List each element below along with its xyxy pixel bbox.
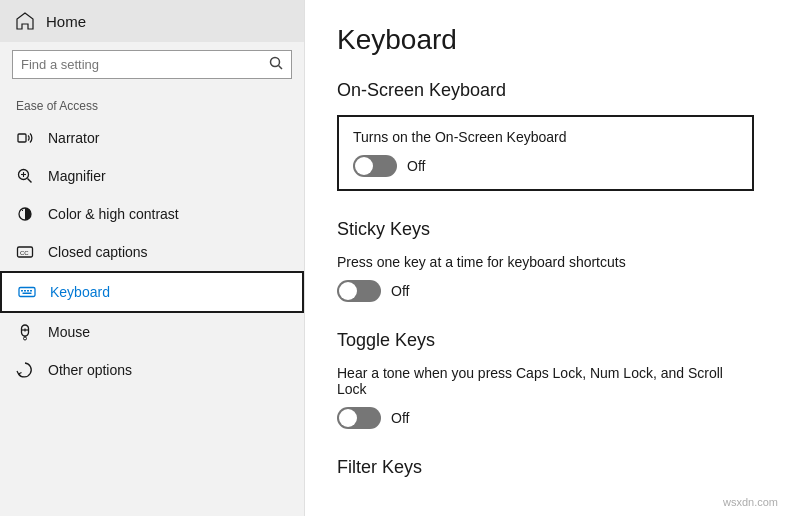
nav-item-narrator[interactable]: Narrator (0, 119, 304, 157)
toggle-keys-description: Hear a tone when you press Caps Lock, Nu… (337, 365, 754, 397)
search-icon (269, 56, 283, 70)
nav-item-color-contrast[interactable]: Color & high contrast (0, 195, 304, 233)
on-screen-keyboard-toggle-row: Off (353, 155, 738, 177)
closed-captions-label: Closed captions (48, 244, 148, 260)
section-label: Ease of Access (0, 87, 304, 119)
toggle-keys-toggle-label: Off (391, 410, 409, 426)
toggle-keys-title: Toggle Keys (337, 330, 754, 351)
nav-item-magnifier[interactable]: Magnifier (0, 157, 304, 195)
watermark: wsxdn.com (723, 496, 778, 508)
svg-point-21 (24, 337, 27, 340)
svg-rect-12 (19, 288, 35, 297)
svg-point-0 (271, 58, 280, 67)
toggle-keys-toggle[interactable] (337, 407, 381, 429)
sidebar: Home Ease of Access Narrator (0, 0, 305, 516)
mouse-icon (16, 323, 34, 341)
nav-item-closed-captions[interactable]: CC Closed captions (0, 233, 304, 271)
svg-rect-17 (23, 293, 32, 295)
closed-captions-icon: CC (16, 243, 34, 261)
other-options-icon (16, 361, 34, 379)
svg-line-8 (21, 209, 23, 211)
other-options-label: Other options (48, 362, 132, 378)
home-label: Home (46, 13, 86, 30)
svg-rect-13 (21, 290, 23, 292)
sticky-keys-toggle[interactable] (337, 280, 381, 302)
narrator-label: Narrator (48, 130, 99, 146)
nav-item-other-options[interactable]: Other options (0, 351, 304, 389)
on-screen-keyboard-section: Turns on the On-Screen Keyboard Off (337, 115, 754, 191)
filter-keys-title: Filter Keys (337, 457, 754, 478)
mouse-label: Mouse (48, 324, 90, 340)
keyboard-icon (18, 283, 36, 301)
search-input[interactable] (21, 57, 263, 72)
sticky-keys-toggle-row: Off (337, 280, 754, 302)
svg-rect-14 (24, 290, 26, 292)
sticky-keys-title: Sticky Keys (337, 219, 754, 240)
narrator-icon (16, 129, 34, 147)
svg-line-1 (279, 66, 283, 70)
magnifier-icon (16, 167, 34, 185)
search-button[interactable] (269, 56, 283, 73)
main-content: Keyboard On-Screen Keyboard Turns on the… (305, 0, 786, 516)
sticky-keys-toggle-label: Off (391, 283, 409, 299)
sticky-keys-description: Press one key at a time for keyboard sho… (337, 254, 754, 270)
on-screen-keyboard-description: Turns on the On-Screen Keyboard (353, 129, 738, 145)
toggle-keys-section: Hear a tone when you press Caps Lock, Nu… (337, 365, 754, 429)
page-title: Keyboard (337, 24, 754, 56)
svg-rect-2 (18, 134, 26, 142)
svg-rect-15 (27, 290, 29, 292)
magnifier-label: Magnifier (48, 168, 106, 184)
color-contrast-label: Color & high contrast (48, 206, 179, 222)
toggle-keys-toggle-row: Off (337, 407, 754, 429)
svg-line-4 (28, 179, 32, 183)
keyboard-label: Keyboard (50, 284, 110, 300)
svg-rect-16 (30, 290, 32, 292)
sticky-keys-section: Press one key at a time for keyboard sho… (337, 254, 754, 302)
nav-item-keyboard[interactable]: Keyboard (0, 271, 304, 313)
color-contrast-icon (16, 205, 34, 223)
on-screen-keyboard-toggle-label: Off (407, 158, 425, 174)
nav-item-mouse[interactable]: Mouse (0, 313, 304, 351)
svg-text:CC: CC (20, 250, 29, 256)
home-nav-item[interactable]: Home (0, 0, 304, 42)
home-icon (16, 12, 34, 30)
on-screen-keyboard-title: On-Screen Keyboard (337, 80, 754, 101)
on-screen-keyboard-toggle[interactable] (353, 155, 397, 177)
search-box (12, 50, 292, 79)
